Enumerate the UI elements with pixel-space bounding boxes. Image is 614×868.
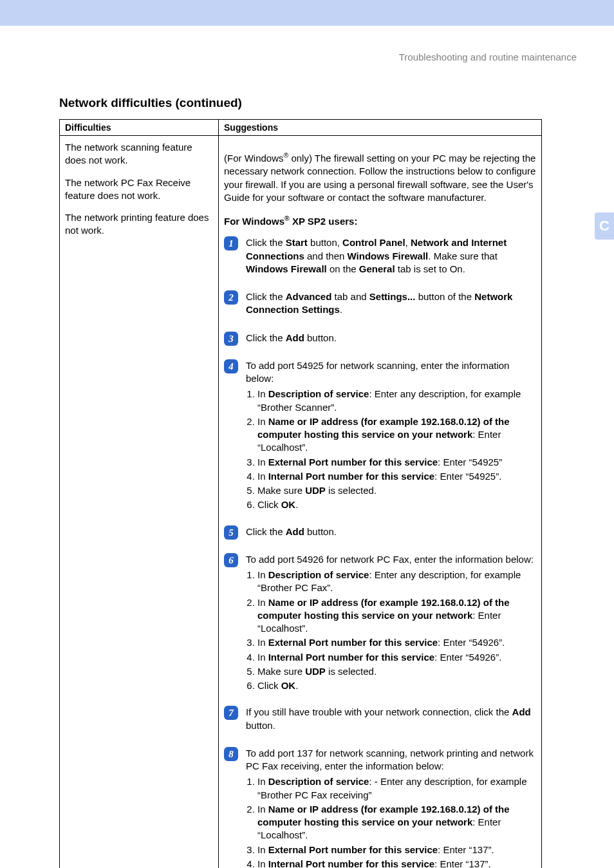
sub-step-item: In Name or IP address (for example 192.1… [257,415,536,455]
step-body: To add port 54925 for network scanning, … [246,359,536,513]
suggestions-cell: (For Windows® only) The firewall setting… [219,136,542,869]
sub-step-item: In Description of service: - Enter any d… [257,775,536,802]
sub-step-item: In Internal Port number for this service… [257,470,536,483]
numbered-step-list: 1Click the Start button, Control Panel, … [224,236,536,868]
step-number-badge: 7 [224,706,238,720]
page-content: C Troubleshooting and routine maintenanc… [0,26,614,868]
step-intro-text: To add port 54926 for network PC Fax, en… [246,553,536,566]
difficulty-text: The network scanning feature does not wo… [65,141,213,167]
intro-paragraph: (For Windows® only) The firewall setting… [224,151,536,204]
step-body: Click the Start button, Control Panel, N… [246,236,536,278]
sub-step-item: In External Port number for this service… [257,844,536,856]
sub-step-item: In Name or IP address (for example 192.1… [257,803,536,842]
step-number-badge: 4 [224,359,238,373]
step-number-badge: 2 [224,290,238,305]
step-text: If you still have trouble with your netw… [246,706,536,732]
step-number-badge: 1 [224,236,238,250]
step-item: 2Click the Advanced tab and Settings... … [224,290,536,319]
step-body: Click the Add button. [246,331,536,347]
step-item: 5Click the Add button. [224,525,536,541]
step-intro-text: To add port 54925 for network scanning, … [246,359,536,386]
difficulty-text: The network PC Fax Receive feature does … [65,176,213,203]
col-header-suggestions: Suggestions [219,120,542,136]
troubleshooting-table: Difficulties Suggestions The network sca… [59,119,542,868]
step-item: 8To add port 137 for network scanning, n… [224,746,536,868]
sub-step-item: Make sure UDP is selected. [257,484,536,497]
col-header-difficulties: Difficulties [60,120,219,136]
step-number-badge: 3 [224,332,238,346]
step-body: If you still have trouble with your netw… [246,705,536,735]
step-intro-text: To add port 137 for network scanning, ne… [246,747,536,773]
difficulty-text: The network printing feature does not wo… [65,211,213,238]
sub-step-item: In External Port number for this service… [257,456,536,469]
section-tab-c: C [595,212,614,240]
step-body: Click the Add button. [246,525,536,541]
sub-step-list: In Description of service: Enter any des… [246,569,536,692]
sub-step-item: In Internal Port number for this service… [257,651,536,664]
top-decorative-bar [0,0,614,26]
step-item: 3Click the Add button. [224,331,536,347]
sub-step-item: In Description of service: Enter any des… [257,388,536,414]
step-body: To add port 137 for network scanning, ne… [246,746,536,868]
step-body: Click the Advanced tab and Settings... b… [246,290,536,319]
step-number-badge: 6 [224,553,238,567]
sub-step-item: In External Port number for this service… [257,636,536,649]
step-text: Click the Advanced tab and Settings... b… [246,290,536,317]
step-item: 6To add port 54926 for network PC Fax, e… [224,552,536,694]
step-item: 1Click the Start button, Control Panel, … [224,236,536,278]
sub-step-item: Click OK. [257,498,536,511]
step-item: 4To add port 54925 for network scanning,… [224,359,536,513]
sub-step-item: In Name or IP address (for example 192.1… [257,596,536,636]
section-heading: Network difficulties (continued) [59,96,578,110]
step-number-badge: 5 [224,525,238,540]
windows-subheading: For Windows® XP SP2 users: [224,214,536,228]
sub-step-item: In Description of service: Enter any des… [257,569,536,595]
sub-step-item: Click OK. [257,679,536,692]
sub-step-item: In Internal Port number for this service… [257,858,536,868]
step-number-badge: 8 [224,747,238,761]
step-text: Click the Start button, Control Panel, N… [246,236,536,276]
difficulties-cell: The network scanning feature does not wo… [60,136,219,869]
running-header: Troubleshooting and routine maintenance [59,52,578,62]
step-body: To add port 54926 for network PC Fax, en… [246,552,536,694]
sub-step-list: In Description of service: Enter any des… [246,388,536,511]
step-text: Click the Add button. [246,332,536,344]
step-text: Click the Add button. [246,525,536,538]
sub-step-list: In Description of service: - Enter any d… [246,775,536,868]
sub-step-item: Make sure UDP is selected. [257,665,536,678]
step-item: 7If you still have trouble with your net… [224,705,536,735]
